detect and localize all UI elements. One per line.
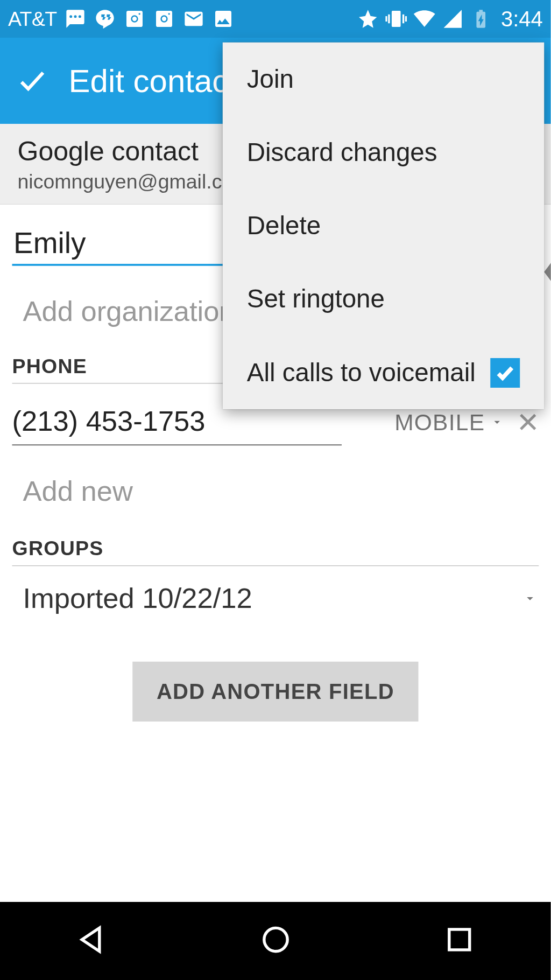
overflow-menu: Join Discard changes Delete Set ringtone…	[223, 43, 545, 409]
signal-icon	[442, 8, 463, 30]
add-another-field-button[interactable]: ADD ANOTHER FIELD	[132, 662, 419, 722]
groups-section-label: GROUPS	[12, 537, 539, 566]
phone-type-label: MOBILE	[394, 409, 485, 435]
navigation-bar	[0, 902, 551, 980]
chevron-down-icon	[490, 415, 504, 429]
svg-point-3	[264, 928, 287, 951]
menu-item-discard[interactable]: Discard changes	[223, 116, 545, 189]
back-triangle-icon	[74, 922, 109, 957]
page-title: Edit contact	[69, 62, 238, 100]
delete-phone-button[interactable]	[517, 411, 539, 433]
menu-item-label: Discard changes	[247, 138, 437, 167]
phone-type-dropdown[interactable]: MOBILE	[394, 409, 504, 435]
svg-rect-4	[449, 929, 469, 950]
instagram-icon-2	[154, 8, 175, 30]
menu-item-label: All calls to voicemail	[247, 358, 476, 387]
recents-square-icon	[442, 922, 477, 957]
sms-icon	[65, 8, 87, 30]
nav-recents-button[interactable]	[442, 922, 477, 960]
menu-item-join[interactable]: Join	[223, 43, 545, 116]
groups-value: Imported 10/22/12	[13, 582, 522, 614]
home-circle-icon	[258, 922, 293, 957]
nav-back-button[interactable]	[74, 922, 109, 960]
nav-home-button[interactable]	[258, 922, 293, 960]
groups-dropdown[interactable]: Imported 10/22/12	[12, 582, 539, 614]
menu-item-label: Delete	[247, 212, 321, 241]
hangouts-icon	[95, 8, 116, 30]
wifi-icon	[413, 8, 435, 30]
menu-item-voicemail[interactable]: All calls to voicemail	[223, 336, 545, 409]
menu-item-label: Join	[247, 65, 294, 94]
vibrate-icon	[385, 8, 407, 30]
svg-marker-2	[82, 928, 99, 951]
expand-name-icon[interactable]	[544, 256, 551, 288]
close-icon	[517, 411, 539, 433]
check-icon	[495, 362, 515, 383]
menu-item-label: Set ringtone	[247, 285, 385, 314]
menu-item-delete[interactable]: Delete	[223, 189, 545, 262]
star-icon	[357, 8, 378, 30]
voicemail-checkbox[interactable]	[490, 358, 520, 387]
chevron-down-icon	[522, 591, 538, 606]
picture-icon	[213, 8, 235, 30]
menu-item-ringtone[interactable]: Set ringtone	[223, 263, 545, 336]
add-phone-button[interactable]: Add new	[23, 475, 539, 508]
gmail-icon	[183, 8, 205, 30]
done-button[interactable]	[16, 65, 48, 97]
instagram-icon	[124, 8, 146, 30]
carrier-label: AT&T	[8, 8, 57, 31]
battery-icon	[470, 8, 491, 30]
clock-label: 3:44	[501, 6, 543, 31]
status-bar: AT&T 3:44	[0, 0, 551, 38]
